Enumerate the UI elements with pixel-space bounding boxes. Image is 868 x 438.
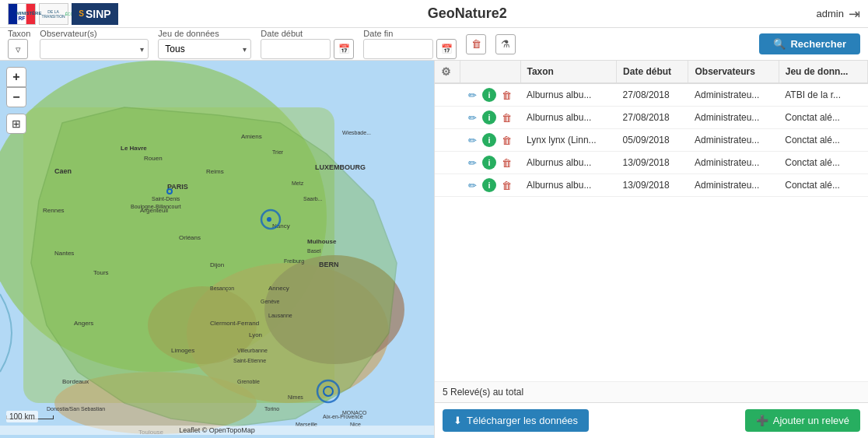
edit-button[interactable]: ✏ xyxy=(466,134,479,147)
row-actions: ✏ i 🗑 xyxy=(460,107,520,129)
table-row: ✏ i 🗑 Alburnus albu... 27/08/2018 Admini… xyxy=(435,107,868,129)
info-button[interactable]: i xyxy=(482,178,496,192)
observateur-cell: Administrateu... xyxy=(688,129,779,152)
info-button[interactable]: i xyxy=(482,156,496,170)
edit-button[interactable]: ✏ xyxy=(466,179,479,192)
trash-icon: 🗑 xyxy=(471,38,481,50)
svg-text:Saarb...: Saarb... xyxy=(303,196,323,201)
svg-text:LUXEMBOURG: LUXEMBOURG xyxy=(315,163,366,171)
calendar-icon: 📅 xyxy=(338,44,350,54)
svg-text:Nimes: Nimes xyxy=(288,394,303,400)
observateur-input[interactable] xyxy=(40,39,149,59)
date-debut-calendar-button[interactable]: 📅 xyxy=(334,39,354,59)
row-actions: ✏ i 🗑 xyxy=(460,129,520,152)
date-cell: 13/09/2018 xyxy=(617,174,688,197)
observateur-cell: Administrateu... xyxy=(688,174,779,197)
clear-dates-button[interactable]: 🗑 xyxy=(466,34,486,54)
row-actions: ✏ i 🗑 xyxy=(460,83,520,107)
date-fin-label: Date fin xyxy=(363,29,457,38)
observateur-cell: Administrateu... xyxy=(688,83,779,107)
svg-text:Mulhouse: Mulhouse xyxy=(307,238,337,245)
taxon-cell: Alburnus albu... xyxy=(520,152,617,174)
row-settings xyxy=(435,152,460,174)
delete-button[interactable]: 🗑 xyxy=(499,111,514,124)
col-taxon: Taxon xyxy=(520,61,617,83)
filter-funnel-icon: ⚗ xyxy=(501,38,510,50)
svg-text:Bordeaux: Bordeaux xyxy=(62,378,89,385)
svg-text:Genève: Genève xyxy=(261,299,280,304)
row-settings xyxy=(435,83,460,107)
edit-button[interactable]: ✏ xyxy=(466,111,479,124)
svg-text:Annecy: Annecy xyxy=(268,285,289,292)
info-button[interactable]: i xyxy=(482,133,496,147)
map-area[interactable]: Le Havre Rouen Caen Rennes Nantes Tours … xyxy=(0,61,434,438)
add-label: Ajouter un relevé xyxy=(773,415,849,426)
edit-button[interactable]: ✏ xyxy=(466,89,479,102)
jeu-cell: Conctat alé... xyxy=(779,152,867,174)
observateur-label: Observateur(s) xyxy=(40,29,149,38)
date-debut-controls: 📅 xyxy=(261,39,354,59)
row-actions: ✏ i 🗑 xyxy=(460,174,520,197)
jeu-select[interactable]: Tous ATBI de la r... Conctat aléa... xyxy=(158,39,251,59)
main-filter-wrapper: ⚗ xyxy=(495,34,516,54)
col-observateurs: Observateurs xyxy=(688,61,779,83)
svg-text:MONACO: MONACO xyxy=(342,410,367,415)
date-fin-group: Date fin 📅 xyxy=(363,29,457,59)
observateur-cell: Administrateu... xyxy=(688,107,779,129)
map-layer-button[interactable]: ⊞ xyxy=(6,114,26,134)
table-footer: 5 Relevé(s) au total xyxy=(435,381,868,402)
info-button[interactable]: i xyxy=(482,88,496,102)
taxon-filter-button[interactable]: ▿ xyxy=(8,39,28,59)
svg-text:Torino: Torino xyxy=(264,406,279,412)
zoom-out-button[interactable]: − xyxy=(6,87,26,107)
date-fin-calendar-button[interactable]: 📅 xyxy=(436,39,457,59)
delete-button[interactable]: 🗑 xyxy=(499,156,514,170)
delete-button[interactable]: 🗑 xyxy=(499,179,514,192)
logout-icon[interactable]: ⇥ xyxy=(849,5,860,23)
jeu-cell: ATBI de la r... xyxy=(779,83,867,107)
table-row: ✏ i 🗑 Alburnus albu... 13/09/2018 Admini… xyxy=(435,152,868,174)
add-releve-button[interactable]: ➕ Ajouter un relevé xyxy=(745,409,860,432)
jeu-cell: Conctat alé... xyxy=(779,174,867,197)
table-wrapper[interactable]: ⚙ Taxon Date début Observateurs Jeu de d… xyxy=(435,61,868,381)
trash-wrapper: 🗑 xyxy=(466,34,486,54)
edit-button[interactable]: ✏ xyxy=(466,156,479,170)
table-row: ✏ i 🗑 Lynx lynx (Linn... 05/09/2018 Admi… xyxy=(435,129,868,152)
date-cell: 27/08/2018 xyxy=(617,83,688,107)
jeu-cell: Conctat alé... xyxy=(779,129,867,152)
settings-icon[interactable]: ⚙ xyxy=(441,65,451,78)
results-panel: ⚙ Taxon Date début Observateurs Jeu de d… xyxy=(434,61,868,438)
delete-button[interactable]: 🗑 xyxy=(499,134,514,147)
jeu-label: Jeu de données xyxy=(158,29,251,38)
svg-text:Lyon: Lyon xyxy=(249,331,262,338)
table-row: ✏ i 🗑 Alburnus albu... 13/09/2018 Admini… xyxy=(435,174,868,197)
row-settings xyxy=(435,107,460,129)
zoom-in-button[interactable]: + xyxy=(6,67,26,87)
date-debut-input[interactable] xyxy=(261,39,331,59)
date-debut-group: Date début 📅 xyxy=(261,29,354,59)
col-actions xyxy=(460,61,520,83)
search-button[interactable]: 🔍 Rechercher xyxy=(759,33,860,54)
info-button[interactable]: i xyxy=(482,110,496,124)
svg-text:Reims: Reims xyxy=(206,168,224,175)
svg-text:Trier: Trier xyxy=(272,149,284,155)
date-fin-input[interactable] xyxy=(363,39,433,59)
jeu-cell: Conctat alé... xyxy=(779,107,867,129)
plus-icon: ➕ xyxy=(756,415,768,426)
svg-text:Boulogne-Billancourt: Boulogne-Billancourt xyxy=(131,204,181,210)
svg-text:Rouen: Rouen xyxy=(144,155,163,162)
row-actions: ✏ i 🗑 xyxy=(460,152,520,174)
main-filter-button[interactable]: ⚗ xyxy=(495,34,516,54)
map-scale: 100 km xyxy=(6,411,38,422)
svg-text:Saint-Denis: Saint-Denis xyxy=(152,196,180,201)
delete-button[interactable]: 🗑 xyxy=(499,89,514,102)
table-row: ✏ i 🗑 Alburnus albu... 27/08/2018 Admini… xyxy=(435,83,868,107)
logos: RF MINISTÈRE DE LA TRANSITION ÉCOLOGIQUE… xyxy=(8,3,118,25)
svg-text:Metz: Metz xyxy=(292,180,304,186)
download-label: Télécharger les données xyxy=(467,415,578,426)
app-header: RF MINISTÈRE DE LA TRANSITION ÉCOLOGIQUE… xyxy=(0,0,868,28)
download-button[interactable]: ⬇ Télécharger les données xyxy=(443,409,589,432)
svg-text:Limoges: Limoges xyxy=(171,347,194,354)
svg-text:Saint-Etienne: Saint-Etienne xyxy=(233,358,266,363)
scale-label: 100 km xyxy=(9,412,35,421)
